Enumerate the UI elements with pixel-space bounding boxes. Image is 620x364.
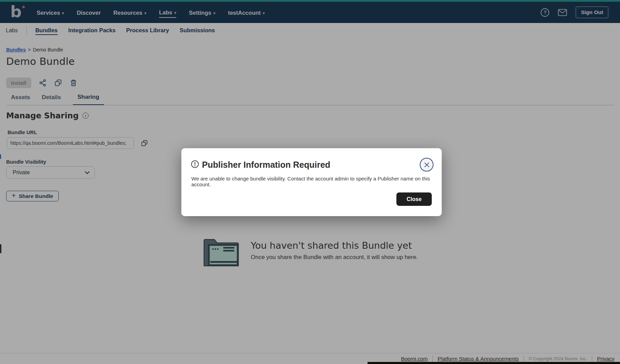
dialog-message: We are unable to change bundle visibilit… bbox=[191, 176, 433, 187]
alert-icon bbox=[191, 160, 199, 170]
close-button[interactable]: Close bbox=[396, 192, 432, 206]
app-window: b Services ▾ Discover Resources ▾ Labs ▾… bbox=[0, 0, 620, 364]
dialog-header: Publisher Information Required bbox=[191, 160, 330, 170]
publisher-info-dialog: Publisher Information Required We are un… bbox=[181, 148, 442, 216]
close-icon[interactable] bbox=[420, 158, 433, 172]
dialog-title: Publisher Information Required bbox=[202, 160, 330, 170]
